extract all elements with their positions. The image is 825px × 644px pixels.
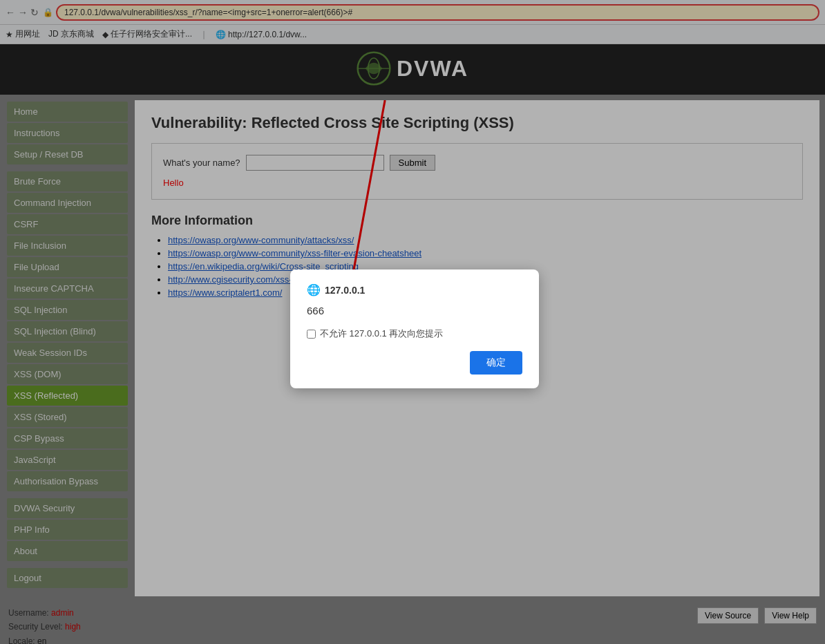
dialog-overlay: 🌐 127.0.0.1 666 不允许 127.0.0.1 再次向您提示 确定 <box>0 0 825 644</box>
dialog-globe-icon: 🌐 <box>307 283 321 296</box>
dialog-checkbox-label: 不允许 127.0.0.1 再次向您提示 <box>320 328 443 340</box>
dialog-origin: 127.0.0.1 <box>325 285 365 296</box>
dialog-ok-button[interactable]: 确定 <box>470 351 522 375</box>
dialog-checkbox[interactable] <box>307 330 316 339</box>
alert-dialog: 🌐 127.0.0.1 666 不允许 127.0.0.1 再次向您提示 确定 <box>290 269 539 388</box>
dialog-title: 🌐 127.0.0.1 <box>307 283 522 296</box>
dialog-checkbox-row: 不允许 127.0.0.1 再次向您提示 <box>307 328 522 340</box>
dialog-footer: 确定 <box>307 351 522 375</box>
dialog-message: 666 <box>307 305 522 316</box>
